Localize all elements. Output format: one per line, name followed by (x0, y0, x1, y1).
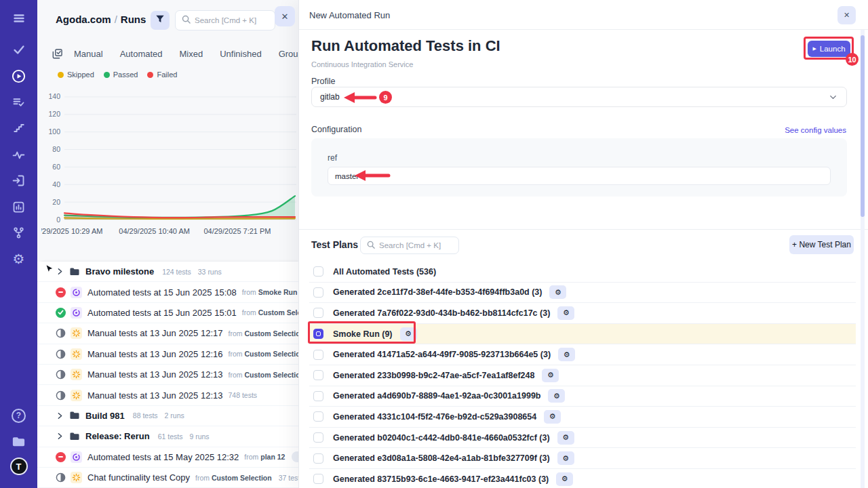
status-passed-icon (56, 308, 66, 318)
gear-icon[interactable]: ⚙ (0, 250, 37, 268)
play-circle-icon[interactable] (0, 67, 37, 85)
folder-meta: 9 runs (189, 432, 209, 441)
see-config-values-link[interactable]: See config values (785, 126, 846, 134)
folder-library-icon[interactable] (0, 432, 37, 450)
folder-icon (69, 410, 80, 421)
checkbox[interactable] (313, 350, 323, 360)
run-folder-row[interactable]: Build 981 88 tests2 runs (37, 406, 298, 426)
check-icon[interactable] (0, 41, 37, 58)
test-plan-row[interactable]: Generated 4331c104-f5f2-476e-b92d-c529a3… (309, 407, 856, 428)
test-plan-row[interactable]: All Automated Tests (536) (309, 262, 856, 283)
tab-unfinished[interactable]: Unfinished (220, 49, 261, 59)
folder-icon (69, 431, 80, 442)
checkbox[interactable] (313, 474, 323, 484)
test-plan-label: Generated 2ce11f7d-38ef-44fe-b353-4f694f… (333, 287, 542, 297)
status-in-progress-icon (56, 390, 66, 401)
test-plan-row[interactable]: Generated 83715b93-6c1e-4663-9417-ef23a4… (309, 469, 856, 488)
test-plans-list: All Automated Tests (536) Generated 2ce1… (309, 262, 856, 488)
run-row[interactable]: Manual tests at 13 Jun 2025 12:13 748 te… (37, 385, 298, 405)
close-icon: ✕ (844, 11, 850, 20)
configuration-label: Configuration (311, 125, 361, 134)
checkbox[interactable] (313, 411, 323, 422)
gear-icon[interactable]: ⚙ (542, 369, 559, 382)
svg-text:100: 100 (48, 127, 60, 136)
checkbox[interactable] (313, 432, 323, 443)
checkbox[interactable] (313, 287, 323, 298)
run-title: Automated tests at 15 Jun 2025 15:01 (87, 308, 237, 318)
run-folder-row[interactable]: Release: Rerun 61 tests9 runs (37, 426, 298, 447)
run-row[interactable]: Manual tests at 13 Jun 2025 12:16 from C… (37, 344, 298, 365)
help-icon[interactable]: ? (0, 407, 37, 424)
checkbox[interactable] (313, 308, 323, 318)
svg-text:40: 40 (52, 180, 60, 188)
test-plan-row[interactable]: Generated 2ce11f7d-38ef-44fe-b353-4f694f… (309, 283, 856, 304)
gear-icon[interactable]: ⚙ (400, 327, 417, 341)
run-folder-row[interactable]: Bravo milestone 124 tests33 runs (37, 262, 298, 282)
chevron-right-icon[interactable] (56, 432, 64, 441)
run-row[interactable]: Chat functinality test Copy from Custom … (37, 468, 298, 488)
test-plan-row[interactable]: Generated b02040c1-c442-4db0-841e-4660a0… (309, 428, 856, 449)
run-row[interactable]: Automated tests at 15 Jun 2025 15:01 fro… (37, 303, 298, 323)
breadcrumb-page: Runs (121, 14, 146, 25)
launch-button[interactable]: ▶ Launch (808, 41, 850, 57)
runs-panel: Agoda.com/Runs ✕ ManualAutomatedMixedUnf… (37, 0, 298, 488)
new-test-plan-button[interactable]: + New Test Plan (789, 235, 854, 254)
gear-icon[interactable]: ⚙ (548, 389, 565, 403)
drawer-close-button[interactable]: ✕ (837, 6, 856, 24)
test-plan-row[interactable]: Smoke Run (9) ⚙ (309, 324, 856, 345)
ref-input[interactable] (328, 167, 831, 185)
branch-icon[interactable] (0, 224, 37, 241)
manual-run-icon (71, 348, 82, 360)
chevron-right-icon[interactable] (56, 411, 64, 420)
run-row[interactable]: Automated tests at 15 Jun 2025 15:08 fro… (37, 282, 298, 302)
checkbox[interactable] (313, 453, 323, 464)
tab-mixed[interactable]: Mixed (180, 49, 203, 59)
folder-meta: 88 tests (133, 411, 158, 420)
tab-manual[interactable]: Manual (74, 49, 103, 59)
select-all-icon[interactable] (52, 48, 63, 60)
chevron-right-icon[interactable] (56, 267, 64, 276)
gear-icon[interactable]: ⚙ (557, 451, 574, 465)
run-row[interactable]: Automated tests at 15 May 2025 12:32 fro… (37, 447, 298, 468)
gear-icon[interactable]: ⚙ (556, 472, 573, 486)
breadcrumb-project[interactable]: Agoda.com (56, 14, 111, 25)
test-plan-label: Smoke Run (9) (333, 329, 393, 339)
gear-icon[interactable]: ⚙ (549, 285, 566, 299)
list-check-icon[interactable] (0, 94, 37, 111)
test-plan-row[interactable]: Generated e3d08a1a-5808-42e4-a1ab-81bfe3… (309, 448, 856, 469)
filter-button[interactable] (151, 11, 170, 30)
gear-icon[interactable]: ⚙ (544, 410, 561, 424)
tab-automated[interactable]: Automated (120, 49, 163, 59)
test-plan-row[interactable]: Generated 41471a52-a644-49f7-9085-923713… (309, 344, 856, 365)
test-badge[interactable]: ⚙test (292, 451, 298, 462)
menu-icon[interactable] (0, 9, 37, 27)
legend-dot (147, 72, 153, 78)
test-plan-row[interactable]: Generated 233b0998-b9c2-47ae-a5cf-7ea1af… (309, 365, 856, 386)
gear-icon[interactable]: ⚙ (557, 306, 574, 320)
checkbox[interactable] (313, 391, 323, 401)
checkbox[interactable] (313, 266, 323, 277)
gear-icon[interactable]: ⚙ (557, 431, 574, 445)
run-meta: 37 tests (279, 474, 298, 482)
profile-value: gitlab (320, 92, 340, 102)
search-input[interactable] (195, 16, 269, 24)
test-plan-row[interactable]: Generated a4d690b7-8889-4ae1-92aa-0c3001… (309, 386, 856, 407)
gear-icon[interactable]: ⚙ (558, 348, 575, 361)
breadcrumb: Agoda.com/Runs (56, 14, 146, 25)
test-plan-row[interactable]: Generated 7a76f022-93d0-434b-b462-bb8114… (309, 303, 856, 324)
run-title: Chat functinality test Copy (87, 472, 190, 483)
avatar[interactable]: T (0, 458, 37, 475)
run-title: Automated tests at 15 Jun 2025 15:08 (87, 287, 237, 298)
pulse-icon[interactable] (0, 146, 37, 163)
panel-close-button[interactable]: ✕ (275, 6, 295, 26)
checkbox[interactable] (313, 329, 323, 339)
run-row[interactable]: Manual tests at 13 Jun 2025 12:17 from C… (37, 323, 298, 344)
folder-icon (69, 266, 80, 277)
import-icon[interactable] (0, 171, 37, 189)
steps-icon[interactable] (0, 119, 37, 137)
bar-chart-icon[interactable] (0, 198, 37, 216)
search-input[interactable] (379, 241, 452, 249)
run-row[interactable]: Manual tests at 13 Jun 2025 12:13 from C… (37, 365, 298, 385)
scrollbar-thumb[interactable] (861, 35, 865, 217)
checkbox[interactable] (313, 370, 323, 380)
